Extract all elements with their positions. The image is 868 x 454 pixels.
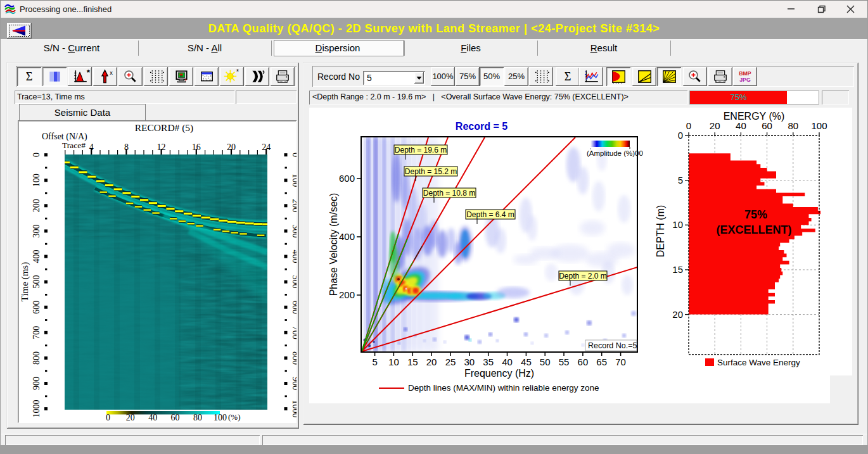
svg-text:Depth = 6.4 m: Depth = 6.4 m: [466, 210, 514, 219]
svg-text:200: 200: [339, 289, 355, 300]
svg-text:Frequency (Hz): Frequency (Hz): [464, 368, 534, 379]
svg-text:65: 65: [596, 356, 607, 367]
svg-text:0: 0: [291, 153, 297, 157]
svg-text:ENERGY (%): ENERGY (%): [724, 111, 785, 122]
svg-text:10: 10: [672, 219, 683, 230]
svg-text:100: 100: [291, 173, 297, 187]
svg-text:40: 40: [736, 120, 746, 131]
svg-text:Time (ms): Time (ms): [20, 262, 30, 301]
svg-text:Depth = 19.6 m: Depth = 19.6 m: [395, 146, 447, 154]
svg-text:20: 20: [672, 309, 683, 320]
svg-text:DEPTH (m): DEPTH (m): [655, 205, 666, 258]
svg-text:100: 100: [811, 120, 827, 131]
svg-text:Phase Velocity (m/sec): Phase Velocity (m/sec): [328, 193, 339, 296]
svg-text:Depth = 15.2 m: Depth = 15.2 m: [405, 167, 457, 176]
svg-text:0: 0: [32, 153, 41, 157]
svg-text:800: 800: [291, 351, 297, 365]
svg-text:60: 60: [171, 413, 180, 422]
svg-text:800: 800: [32, 351, 41, 365]
svg-text:400: 400: [32, 250, 41, 263]
svg-text:Record = 5: Record = 5: [456, 121, 507, 132]
svg-text:600: 600: [339, 173, 355, 184]
svg-text:24: 24: [262, 142, 271, 152]
svg-text:100: 100: [214, 413, 227, 422]
svg-text:80: 80: [788, 120, 798, 131]
svg-text:(EXCELLENT): (EXCELLENT): [717, 224, 792, 236]
svg-text:4: 4: [89, 142, 94, 152]
svg-text:15: 15: [672, 264, 683, 275]
svg-text:35: 35: [483, 356, 494, 367]
svg-text:(Amplitude (%)00: (Amplitude (%)00: [587, 149, 643, 157]
svg-text:Trace#: Trace#: [62, 141, 86, 150]
svg-text:80: 80: [193, 413, 202, 422]
svg-text:900: 900: [291, 377, 297, 390]
svg-text:20: 20: [126, 413, 135, 422]
svg-text:Depth = 10.8 m: Depth = 10.8 m: [423, 189, 475, 198]
svg-text:50: 50: [540, 356, 551, 367]
svg-text:500: 500: [291, 275, 297, 289]
svg-text:*: *: [87, 68, 91, 77]
svg-text:25: 25: [445, 356, 456, 367]
svg-text:40: 40: [502, 356, 513, 367]
svg-text:70: 70: [615, 356, 626, 367]
svg-text:Record No.=5: Record No.=5: [588, 341, 637, 350]
svg-text:Depth lines (MAX/MIN) within r: Depth lines (MAX/MIN) within reliable en…: [408, 383, 599, 393]
svg-text:900: 900: [32, 377, 41, 390]
svg-text:75%: 75%: [744, 208, 767, 221]
svg-text:Σ: Σ: [26, 70, 33, 83]
svg-text:(%): (%): [228, 412, 241, 422]
svg-text:16: 16: [192, 142, 201, 152]
svg-text:5: 5: [678, 175, 683, 186]
svg-text:700: 700: [32, 326, 41, 339]
svg-text:400: 400: [339, 231, 355, 242]
svg-text:*: *: [236, 68, 239, 75]
svg-text:20: 20: [227, 142, 236, 152]
svg-text:300: 300: [32, 224, 41, 237]
svg-text:15: 15: [407, 356, 418, 367]
svg-text:60: 60: [578, 356, 589, 367]
svg-text:30: 30: [464, 356, 475, 367]
svg-text:1000: 1000: [32, 400, 41, 418]
svg-text:5: 5: [372, 356, 377, 367]
svg-text:55: 55: [559, 356, 570, 367]
svg-text:60: 60: [762, 120, 772, 131]
svg-text:40: 40: [148, 413, 157, 422]
svg-text:0: 0: [106, 413, 110, 422]
svg-text:600: 600: [32, 301, 41, 314]
svg-text:45: 45: [521, 356, 532, 367]
svg-text:10: 10: [388, 356, 399, 367]
svg-text:700: 700: [291, 326, 297, 339]
svg-text:200: 200: [32, 199, 41, 212]
svg-text:8: 8: [124, 142, 129, 152]
svg-text:200: 200: [291, 199, 297, 212]
svg-text:0: 0: [686, 120, 691, 131]
svg-text:400: 400: [291, 250, 297, 263]
svg-text:300: 300: [291, 224, 297, 237]
svg-text:100: 100: [32, 173, 41, 187]
svg-text:Depth = 2.0 m: Depth = 2.0 m: [559, 272, 607, 281]
svg-text:RECORD# (5): RECORD# (5): [135, 122, 194, 134]
svg-text:0: 0: [678, 130, 683, 141]
svg-text:500: 500: [32, 275, 41, 289]
svg-text:20: 20: [710, 120, 720, 131]
svg-text:x: x: [110, 70, 113, 76]
svg-text:Surface Wave Energy: Surface Wave Energy: [717, 358, 800, 367]
svg-text:600: 600: [291, 301, 297, 314]
svg-text:20: 20: [426, 356, 437, 367]
svg-text:12: 12: [157, 142, 166, 152]
svg-text:1000: 1000: [291, 400, 297, 418]
